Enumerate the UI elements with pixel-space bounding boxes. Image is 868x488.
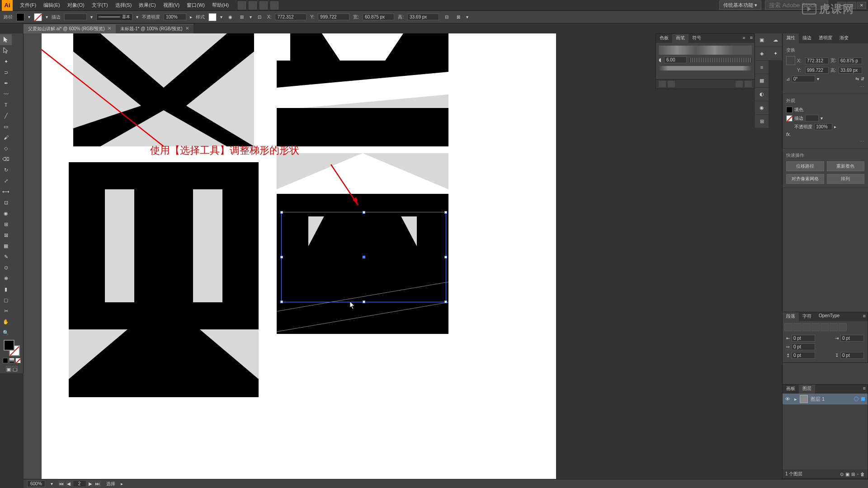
clip-icon[interactable]: ▣ bbox=[845, 472, 849, 477]
panel-footer-icon-2[interactable] bbox=[668, 81, 675, 87]
isolate-icon[interactable]: ⊟ bbox=[443, 13, 451, 21]
color-panel-icon[interactable]: ▣ bbox=[755, 33, 769, 47]
prev-artboard-icon[interactable]: ◀ bbox=[66, 480, 72, 487]
stroke-weight-prop[interactable] bbox=[805, 115, 819, 122]
angle-input[interactable] bbox=[792, 75, 815, 82]
arrange-button[interactable]: 排列 bbox=[827, 174, 865, 184]
menu-effect[interactable]: 效果(C) bbox=[135, 2, 159, 9]
asset-icon[interactable]: ✦ bbox=[769, 47, 782, 61]
symbol-sprayer-tool[interactable]: ❋ bbox=[0, 273, 12, 284]
h-prop-input[interactable] bbox=[839, 67, 862, 74]
justify-left-icon[interactable] bbox=[811, 323, 820, 331]
appearance-panel-icon[interactable]: ◉ bbox=[755, 101, 769, 115]
w-prop-input[interactable] bbox=[839, 57, 862, 64]
gradient-tool[interactable]: ▦ bbox=[0, 240, 12, 251]
align-right-icon[interactable] bbox=[802, 323, 811, 331]
menu-help[interactable]: 帮助(H) bbox=[208, 2, 232, 9]
first-line-input[interactable] bbox=[792, 343, 815, 350]
brush-preview-1[interactable] bbox=[659, 46, 752, 55]
symbols-tab[interactable]: 符号 bbox=[689, 34, 705, 43]
color-mode-gradient[interactable] bbox=[9, 358, 14, 363]
recolor-icon[interactable]: ◉ bbox=[226, 13, 234, 21]
visibility-icon[interactable]: 👁 bbox=[785, 396, 792, 402]
transparency-tab[interactable]: 透明度 bbox=[815, 33, 836, 43]
justify-right-icon[interactable] bbox=[830, 323, 838, 331]
paragraph-tab[interactable]: 段落 bbox=[783, 312, 799, 321]
indent-left-input[interactable] bbox=[792, 335, 815, 342]
menu-view[interactable]: 视图(V) bbox=[160, 2, 184, 9]
paintbrush-tool[interactable]: 🖌 bbox=[0, 132, 12, 143]
screen-mode-normal[interactable]: ▣ bbox=[6, 366, 11, 371]
selection-tool[interactable] bbox=[0, 34, 12, 45]
panel-menu-icon[interactable]: ≡ bbox=[861, 312, 868, 321]
fill-swatch[interactable] bbox=[16, 13, 24, 21]
pixel-align-button[interactable]: 对齐像素网格 bbox=[786, 174, 824, 184]
stroke-weight-input[interactable] bbox=[64, 14, 87, 20]
zoom-level[interactable]: 600% bbox=[27, 480, 45, 487]
sel-handle-e[interactable] bbox=[444, 256, 447, 258]
canvas[interactable]: 使用【选择工具】调整梯形的形状 bbox=[24, 33, 556, 479]
layer-name[interactable]: 图层 1 bbox=[811, 396, 825, 403]
opacity-input[interactable] bbox=[164, 14, 186, 20]
flip-v-icon[interactable]: ⇵ bbox=[861, 76, 864, 81]
menu-object[interactable]: 对象(O) bbox=[64, 2, 88, 9]
rectangle-tool[interactable]: ▭ bbox=[0, 121, 12, 132]
mesh-tool[interactable]: ⊠ bbox=[0, 230, 12, 240]
menubar-icon-3[interactable] bbox=[259, 1, 268, 9]
sel-center[interactable] bbox=[363, 256, 365, 258]
panel-menu-icon[interactable]: ≡ bbox=[861, 385, 868, 394]
space-before-input[interactable] bbox=[792, 352, 815, 359]
more-options-icon-2[interactable]: ⋯ bbox=[786, 139, 864, 145]
artboard-number[interactable]: 2 bbox=[73, 480, 86, 487]
layers-tab[interactable]: 图层 bbox=[799, 385, 815, 394]
expand-icon[interactable]: ▸ bbox=[794, 396, 797, 402]
type-tool[interactable]: T bbox=[0, 99, 12, 110]
next-artboard-icon[interactable]: ▶ bbox=[87, 480, 94, 487]
menu-text[interactable]: 文字(T) bbox=[88, 2, 112, 9]
menu-select[interactable]: 选择(S) bbox=[112, 2, 136, 9]
edit-icon[interactable]: ⊠ bbox=[454, 13, 462, 21]
shaper-tool[interactable]: ◇ bbox=[0, 143, 12, 154]
opentype-tab[interactable]: OpenType bbox=[815, 312, 843, 321]
properties-tab[interactable]: 属性 bbox=[783, 33, 799, 43]
panel-options-icon[interactable]: ≡ bbox=[748, 34, 755, 43]
indent-right-input[interactable] bbox=[840, 335, 864, 342]
artboards-tab[interactable]: 画板 bbox=[783, 385, 799, 394]
color-mode-none[interactable] bbox=[15, 358, 21, 363]
perspective-tool[interactable]: ⊞ bbox=[0, 219, 12, 230]
sel-handle-w[interactable] bbox=[280, 256, 283, 258]
opacity-prop-input[interactable] bbox=[814, 123, 832, 130]
stroke-prop-swatch[interactable] bbox=[786, 115, 793, 122]
artboard-tool[interactable]: ▢ bbox=[0, 295, 12, 305]
transform-icon[interactable]: ⊡ bbox=[255, 13, 264, 21]
space-after-input[interactable] bbox=[840, 352, 864, 359]
y-prop-input[interactable] bbox=[805, 67, 829, 74]
fx-label[interactable]: fx. bbox=[786, 132, 791, 137]
align-left-icon[interactable] bbox=[784, 323, 793, 331]
free-transform-tool[interactable]: ⊡ bbox=[0, 197, 12, 208]
menu-window[interactable]: 窗口(W) bbox=[183, 2, 208, 9]
panel-footer-icon-1[interactable] bbox=[659, 81, 666, 87]
tab-close-icon[interactable]: ✕ bbox=[185, 26, 189, 32]
align-icon[interactable]: ⊞ bbox=[238, 13, 246, 21]
new-brush-icon[interactable] bbox=[736, 81, 743, 87]
recolor-button[interactable]: 重新着色 bbox=[827, 161, 865, 171]
menu-edit[interactable]: 编辑(E) bbox=[40, 2, 64, 9]
delete-brush-icon[interactable] bbox=[745, 81, 752, 87]
more-options-icon[interactable]: ⋯ bbox=[786, 84, 864, 90]
hand-tool[interactable]: ✋ bbox=[0, 316, 12, 327]
close-button[interactable]: ✕ bbox=[857, 2, 866, 9]
y-input[interactable] bbox=[318, 14, 349, 20]
delete-layer-icon[interactable]: 🗑 bbox=[860, 472, 865, 477]
gradient-tab[interactable]: 渐变 bbox=[836, 33, 852, 43]
line-tool[interactable]: ╱ bbox=[0, 110, 12, 121]
h-input[interactable] bbox=[407, 14, 439, 20]
search-stock-input[interactable] bbox=[765, 0, 828, 10]
width-tool[interactable]: ⟷ bbox=[0, 186, 12, 197]
sel-handle-ne[interactable] bbox=[444, 211, 447, 214]
last-artboard-icon[interactable]: ⏭ bbox=[94, 480, 101, 487]
menubar-icon-4[interactable] bbox=[270, 1, 278, 9]
first-artboard-icon[interactable]: ⏮ bbox=[58, 480, 65, 487]
color-mode-solid[interactable] bbox=[3, 358, 8, 363]
minimize-button[interactable]: — bbox=[837, 2, 846, 9]
